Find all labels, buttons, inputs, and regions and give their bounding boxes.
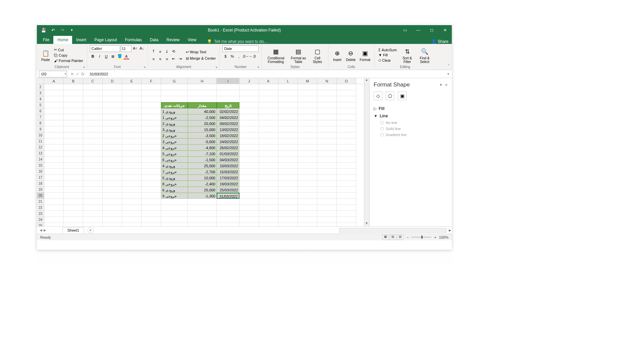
cell-N9[interactable] bbox=[317, 126, 337, 132]
cell-L3[interactable] bbox=[278, 90, 298, 96]
cell-L22[interactable] bbox=[278, 205, 298, 211]
sheet-tab-1[interactable]: Sheet1 bbox=[62, 227, 84, 233]
cell-I20[interactable]: 31/03/2022 bbox=[217, 193, 239, 199]
cell-H21[interactable] bbox=[188, 199, 217, 205]
cell-G5[interactable]: جریانات نقدی bbox=[161, 102, 188, 108]
cell-D25[interactable] bbox=[103, 223, 122, 226]
cell-C11[interactable] bbox=[83, 138, 103, 144]
save-icon[interactable]: 💾 bbox=[40, 27, 47, 34]
cell-O10[interactable] bbox=[337, 132, 356, 138]
col-header-H[interactable]: H bbox=[188, 78, 217, 84]
cell-K2[interactable] bbox=[259, 84, 278, 90]
cell-M4[interactable] bbox=[298, 96, 317, 102]
row-header-17[interactable]: 17 bbox=[37, 175, 44, 181]
cell-L11[interactable] bbox=[278, 138, 298, 144]
cell-K5[interactable] bbox=[259, 102, 278, 108]
cell-A6[interactable] bbox=[44, 108, 64, 114]
align-left-icon[interactable]: ≡ bbox=[151, 56, 157, 62]
cell-N22[interactable] bbox=[317, 205, 337, 211]
cell-C2[interactable] bbox=[83, 84, 103, 90]
cell-K9[interactable] bbox=[259, 126, 278, 132]
cell-N18[interactable] bbox=[317, 181, 337, 187]
cell-E13[interactable] bbox=[122, 150, 142, 157]
cell-I19[interactable]: 25/03/2022 bbox=[217, 187, 239, 193]
cell-A10[interactable] bbox=[44, 132, 64, 138]
tab-home[interactable]: Home bbox=[53, 36, 72, 44]
row-header-25[interactable]: 25 bbox=[37, 223, 44, 226]
cell-D8[interactable] bbox=[103, 120, 122, 126]
cell-E16[interactable] bbox=[122, 169, 142, 175]
cell-L14[interactable] bbox=[278, 157, 298, 163]
cell-B9[interactable] bbox=[64, 126, 83, 132]
percent-format-icon[interactable]: % bbox=[229, 53, 235, 59]
cell-J24[interactable] bbox=[239, 217, 259, 223]
cell-O8[interactable] bbox=[337, 120, 356, 126]
cell-B2[interactable] bbox=[64, 84, 83, 90]
wrap-text-button[interactable]: ↩Wrap Text bbox=[185, 50, 217, 55]
cell-K21[interactable] bbox=[259, 199, 278, 205]
autosum-button[interactable]: ΣAutoSum bbox=[377, 48, 398, 52]
cell-O25[interactable] bbox=[337, 223, 356, 226]
cell-F8[interactable] bbox=[142, 120, 161, 126]
cell-I14[interactable]: 04/03/2022 bbox=[217, 157, 239, 163]
cell-D6[interactable] bbox=[103, 108, 122, 114]
cell-K4[interactable] bbox=[259, 96, 278, 102]
row-header-5[interactable]: 5 bbox=[37, 102, 44, 108]
cell-H6[interactable]: 40,000 bbox=[188, 108, 217, 114]
cell-L13[interactable] bbox=[278, 150, 298, 157]
cell-D17[interactable] bbox=[103, 175, 122, 181]
zoom-out-button[interactable]: − bbox=[407, 235, 409, 239]
cell-H23[interactable] bbox=[188, 211, 217, 217]
cell-I5[interactable]: تاریخ bbox=[217, 102, 239, 108]
cell-C24[interactable] bbox=[83, 217, 103, 223]
cell-C13[interactable] bbox=[83, 150, 103, 157]
cell-C14[interactable] bbox=[83, 157, 103, 163]
cell-I16[interactable]: 15/03/2022 bbox=[217, 169, 239, 175]
tab-data[interactable]: Data bbox=[146, 36, 162, 44]
tab-view[interactable]: View bbox=[184, 36, 201, 44]
fill-button[interactable]: ▼Fill bbox=[377, 53, 398, 57]
cell-E9[interactable] bbox=[122, 126, 142, 132]
cell-E3[interactable] bbox=[122, 90, 142, 96]
cell-C5[interactable] bbox=[83, 102, 103, 108]
cell-A21[interactable] bbox=[44, 199, 64, 205]
cell-N25[interactable] bbox=[317, 223, 337, 226]
cell-G22[interactable] bbox=[161, 205, 188, 211]
solid-line-option[interactable]: Solid line bbox=[374, 126, 448, 132]
cell-J10[interactable] bbox=[239, 132, 259, 138]
cell-I25[interactable] bbox=[217, 223, 239, 226]
cell-E18[interactable] bbox=[122, 181, 142, 187]
conditional-formatting-button[interactable]: ▦Conditional Formatting bbox=[264, 46, 287, 64]
cell-M14[interactable] bbox=[298, 157, 317, 163]
row-header-9[interactable]: 9 bbox=[37, 126, 44, 132]
cell-I7[interactable]: 04/02/2022 bbox=[217, 114, 239, 120]
undo-icon[interactable]: ↶ bbox=[50, 27, 56, 34]
cell-N2[interactable] bbox=[317, 84, 337, 90]
align-right-icon[interactable]: ≡ bbox=[164, 56, 170, 62]
paste-button[interactable]: 📋Paste bbox=[40, 48, 52, 62]
horizontal-scrollbar[interactable] bbox=[339, 228, 446, 233]
expand-formula-bar-icon[interactable]: ▼ bbox=[445, 72, 452, 76]
cell-L24[interactable] bbox=[278, 217, 298, 223]
cell-C17[interactable] bbox=[83, 175, 103, 181]
decrease-decimal-icon[interactable]: ←.0 bbox=[249, 53, 255, 59]
cell-H9[interactable]: 15,000 bbox=[188, 126, 217, 132]
cell-I2[interactable] bbox=[217, 84, 239, 90]
cell-O6[interactable] bbox=[337, 108, 356, 114]
size-tab-icon[interactable]: ▣ bbox=[398, 92, 407, 100]
cell-J4[interactable] bbox=[239, 96, 259, 102]
tab-insert[interactable]: Insert bbox=[72, 36, 90, 44]
cell-L18[interactable] bbox=[278, 181, 298, 187]
row-header-19[interactable]: 19 bbox=[37, 187, 44, 193]
cell-F23[interactable] bbox=[142, 211, 161, 217]
font-name-select[interactable] bbox=[90, 45, 120, 52]
cell-K12[interactable] bbox=[259, 144, 278, 150]
minimize-icon[interactable]: — bbox=[412, 25, 425, 35]
cell-G7[interactable]: خروجی 1 bbox=[161, 114, 188, 120]
cell-O20[interactable] bbox=[337, 193, 356, 199]
add-sheet-button[interactable]: + bbox=[88, 227, 94, 233]
effects-tab-icon[interactable]: ⬠ bbox=[386, 92, 394, 100]
cell-B20[interactable] bbox=[64, 193, 83, 199]
align-bottom-icon[interactable]: ⤓ bbox=[164, 49, 170, 55]
cell-M5[interactable] bbox=[298, 102, 317, 108]
